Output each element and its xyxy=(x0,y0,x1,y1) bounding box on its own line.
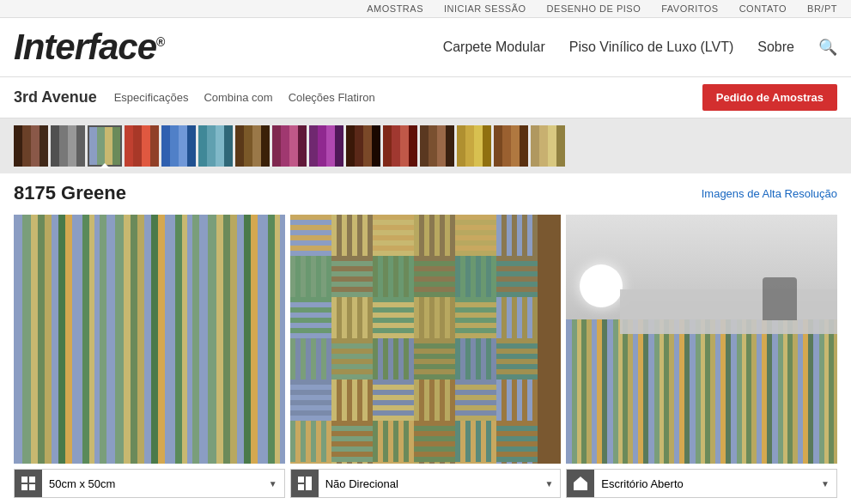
search-button[interactable]: 🔍 xyxy=(818,38,837,57)
nav-piso-vinilico[interactable]: Piso Vinílico de Luxo (LVT) xyxy=(569,39,734,55)
image-col-2 xyxy=(566,215,837,464)
dropdown-col-2: Escritório AbertoSala de ConferênciaCorr… xyxy=(566,469,837,498)
color-swatch-5[interactable] xyxy=(198,125,233,167)
svg-rect-7 xyxy=(574,483,587,490)
sample-order-button[interactable]: Pedido de Amostras xyxy=(702,84,837,111)
nav-amostras[interactable]: AMOSTRAS xyxy=(367,3,423,14)
color-swatch-14[interactable] xyxy=(531,125,565,167)
nav-iniciar-sessao[interactable]: INICIAR SESSÃO xyxy=(444,3,526,14)
svg-marker-8 xyxy=(574,477,587,483)
svg-rect-4 xyxy=(298,477,304,483)
dropdown-arrow-1: ▼ xyxy=(544,479,560,489)
svg-rect-0 xyxy=(21,477,27,483)
color-swatch-4[interactable] xyxy=(161,125,196,167)
carpet-image-1 xyxy=(290,215,562,464)
svg-rect-3 xyxy=(29,484,35,490)
tab-colecoes[interactable]: Coleções Flatiron xyxy=(289,91,375,104)
product-title: 3rd Avenue xyxy=(14,88,97,106)
dropdown-col-0: 50cm x 50cm25cm x 100cm▼ xyxy=(14,469,285,498)
svg-rect-2 xyxy=(21,484,27,490)
tab-especificacoes[interactable]: Especificações xyxy=(114,91,189,104)
nav-contato[interactable]: CONTATO xyxy=(739,3,787,14)
main-nav: Carpete Modular Piso Vinílico de Luxo (L… xyxy=(443,38,837,57)
color-swatch-3[interactable] xyxy=(125,125,159,167)
top-nav: AMOSTRAS INICIAR SESSÃO DESENHO DE PISO … xyxy=(0,0,851,18)
color-swatch-13[interactable] xyxy=(494,125,528,167)
logo[interactable]: Interface® xyxy=(14,27,164,68)
sub-nav: 3rd Avenue Especificações Combina com Co… xyxy=(0,77,851,118)
grid-icon xyxy=(15,470,42,497)
product-section: 8175 Greene Imagens de Alta Resolução xyxy=(0,173,851,208)
color-swatch-1[interactable] xyxy=(51,125,85,167)
svg-rect-6 xyxy=(298,484,304,490)
nav-desenho-de-piso[interactable]: DESENHO DE PISO xyxy=(547,3,641,14)
dropdown-arrow-2: ▼ xyxy=(821,479,836,489)
nav-sobre[interactable]: Sobre xyxy=(757,39,794,55)
color-swatch-2[interactable] xyxy=(88,125,122,167)
color-swatch-12[interactable] xyxy=(457,125,491,167)
color-swatch-8[interactable] xyxy=(309,125,343,167)
carpet-image-0 xyxy=(14,215,285,464)
dropdown-select-1[interactable]: Não DirecionalAshlarBrickMonolithicQuart… xyxy=(319,472,545,495)
dropdowns-row: 50cm x 50cm25cm x 100cm▼Não DirecionalAs… xyxy=(0,464,851,504)
color-swatch-7[interactable] xyxy=(272,125,307,167)
color-swatch-9[interactable] xyxy=(346,125,380,167)
dropdown-col-1: Não DirecionalAshlarBrickMonolithicQuart… xyxy=(290,469,562,498)
dropdown-wrapper-2: Escritório AbertoSala de ConferênciaCorr… xyxy=(566,469,837,498)
nav-favoritos[interactable]: FAVORITOS xyxy=(661,3,718,14)
main-header: Interface® Carpete Modular Piso Vinílico… xyxy=(0,18,851,77)
swatches-row xyxy=(14,125,837,167)
image-col-0 xyxy=(14,215,285,464)
dropdown-select-0[interactable]: 50cm x 50cm25cm x 100cm xyxy=(42,472,269,495)
carpet-image-2 xyxy=(566,215,837,464)
hi-res-link[interactable]: Imagens de Alta Resolução xyxy=(702,187,837,200)
dropdown-arrow-0: ▼ xyxy=(269,479,284,489)
nav-carpete-modular[interactable]: Carpete Modular xyxy=(443,39,545,55)
color-swatch-6[interactable] xyxy=(235,125,270,167)
product-name-row: 8175 Greene Imagens de Alta Resolução xyxy=(14,182,837,204)
image-col-1 xyxy=(290,215,562,464)
color-swatch-0[interactable] xyxy=(14,125,48,167)
nav-lang[interactable]: BR/PT xyxy=(807,3,837,14)
svg-rect-5 xyxy=(306,477,312,490)
color-swatch-10[interactable] xyxy=(383,125,417,167)
dropdown-select-2[interactable]: Escritório AbertoSala de ConferênciaCorr… xyxy=(594,472,821,495)
room-icon xyxy=(567,470,594,497)
svg-rect-1 xyxy=(29,477,35,483)
dropdown-wrapper-1: Não DirecionalAshlarBrickMonolithicQuart… xyxy=(290,469,562,498)
color-swatch-11[interactable] xyxy=(420,125,454,167)
tab-combina-com[interactable]: Combina com xyxy=(204,91,272,104)
dropdown-wrapper-0: 50cm x 50cm25cm x 100cm▼ xyxy=(14,469,285,498)
images-grid xyxy=(0,208,851,464)
layout-icon xyxy=(291,470,319,497)
product-name: 8175 Greene xyxy=(14,182,126,204)
swatches-container xyxy=(0,118,851,173)
